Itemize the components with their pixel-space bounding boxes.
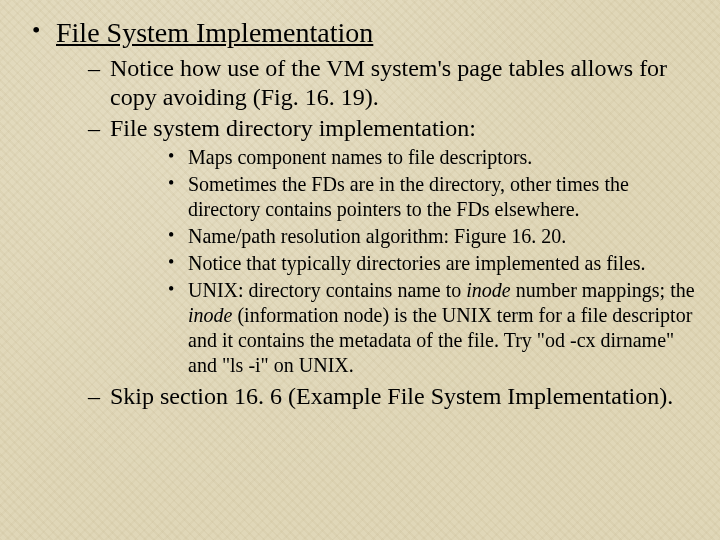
text: number mappings; the: [511, 279, 695, 301]
italic-term: inode: [466, 279, 510, 301]
text: File system directory implementation:: [110, 115, 476, 141]
bullet-list-level-3: Maps component names to file descriptors…: [110, 145, 700, 378]
bullet-list-level-2: Notice how use of the VM system's page t…: [56, 54, 700, 412]
text: (information node) is the UNIX term for …: [188, 304, 692, 376]
slide-heading: File System Implementation: [56, 17, 373, 48]
slide: File System Implementation Notice how us…: [0, 0, 720, 438]
text: Notice how use of the VM system's page t…: [110, 55, 667, 110]
list-item: Notice that typically directories are im…: [110, 251, 700, 276]
bullet-list-level-1: File System Implementation Notice how us…: [20, 16, 700, 412]
list-item: Name/path resolution algorithm: Figure 1…: [110, 224, 700, 249]
list-item: File System Implementation Notice how us…: [20, 16, 700, 412]
text: Sometimes the FDs are in the directory, …: [188, 173, 629, 220]
text: Maps component names to file descriptors…: [188, 146, 532, 168]
text: Name/path resolution algorithm: Figure 1…: [188, 225, 566, 247]
italic-term: inode: [188, 304, 232, 326]
list-item: Notice how use of the VM system's page t…: [56, 54, 700, 113]
text: Notice that typically directories are im…: [188, 252, 646, 274]
list-item: Skip section 16. 6 (Example File System …: [56, 382, 700, 411]
list-item: File system directory implementation: Ma…: [56, 114, 700, 378]
text: Skip section 16. 6 (Example File System …: [110, 383, 673, 409]
list-item: UNIX: directory contains name to inode n…: [110, 278, 700, 378]
text: UNIX: directory contains name to: [188, 279, 466, 301]
list-item: Sometimes the FDs are in the directory, …: [110, 172, 700, 222]
list-item: Maps component names to file descriptors…: [110, 145, 700, 170]
